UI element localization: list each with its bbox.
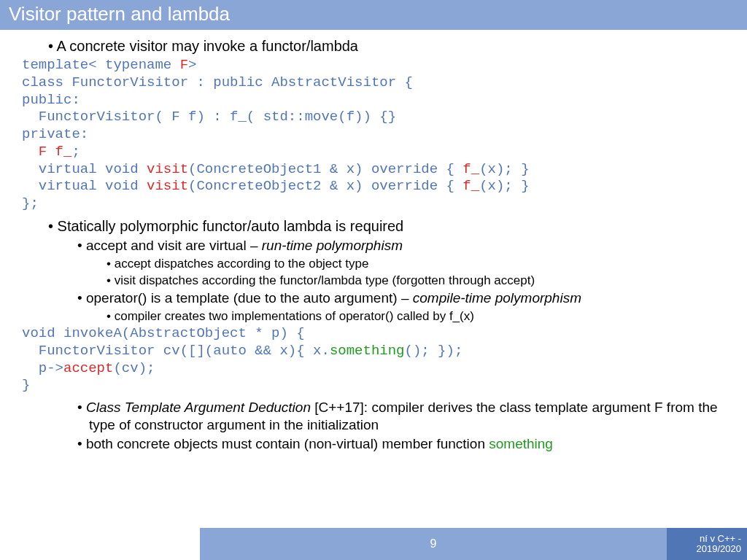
page-number: 9 <box>200 528 667 560</box>
bullet-level1: Statically polymorphic functor/auto lamb… <box>60 217 725 236</box>
course-label: ní v C++ - 2019/2020 <box>667 528 747 560</box>
footer-spacer <box>0 528 200 560</box>
code-block-1: template< typename F> class FunctorVisit… <box>22 57 725 213</box>
bullet-level3: accept dispatches according to the objec… <box>118 256 725 271</box>
slide: Visitor pattern and lambda A concrete vi… <box>0 0 747 560</box>
bullet-level2: accept and visit are virtual – run-time … <box>89 237 725 254</box>
slide-content: A concrete visitor may invoke a functor/… <box>0 30 747 560</box>
bullet-level2: Class Template Argument Deduction [C++17… <box>89 399 725 434</box>
bullet-level2: both concrete objects must contain (non-… <box>89 435 725 453</box>
slide-title: Visitor pattern and lambda <box>0 0 747 30</box>
bullet-level2: operator() is a template (due to the aut… <box>89 289 725 307</box>
bullet-level3: compiler creates two implementations of … <box>118 308 725 324</box>
bullet-level3: visit dispatches according the functor/l… <box>118 273 725 288</box>
bullet-level1: A concrete visitor may invoke a functor/… <box>60 37 725 55</box>
footer: 9 ní v C++ - 2019/2020 <box>0 528 747 560</box>
code-block-2: void invokeA(AbstractObject * p) { Funct… <box>22 325 725 394</box>
